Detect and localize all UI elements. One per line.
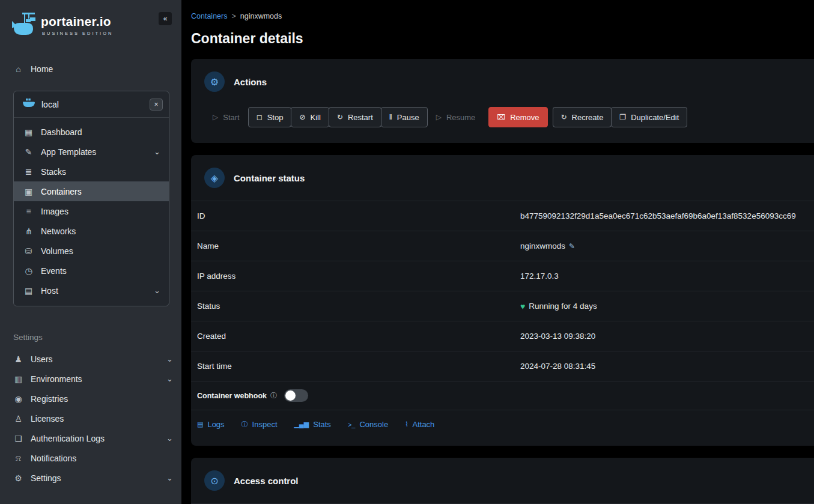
chevron-down-icon: ⌄ [166,354,173,363]
sidebar-item[interactable]: ≡ Images [14,201,169,221]
sidebar-item-label: Users [31,354,53,364]
webhook-toggle[interactable] [284,389,308,402]
sidebar-item-label: Home [31,64,53,74]
environment-panel: local × ▦ Dashboard ✎ App Templates ⌄ [13,91,169,306]
sidebar-item-label: Containers [41,187,82,196]
sidebar-item-label: App Templates [41,147,96,157]
stats-icon: ▁▄▆ [294,421,309,428]
row-value-text: Running for 4 days [529,302,597,311]
users-icon: ♟ [13,354,23,364]
quick-link[interactable]: ▤ Logs [197,420,225,429]
sidebar-item[interactable]: ⚙ Settings ⌄ [0,468,181,488]
panel-title: Access control [234,476,299,486]
action-button[interactable]: ❐ Duplicate/Edit [611,107,687,127]
breadcrumb-link-containers[interactable]: Containers [191,12,227,20]
stop-icon: ◻ [257,113,263,121]
sidebar-item[interactable]: ▣ Containers [14,181,169,201]
chevron-down-icon: ⌄ [154,286,160,295]
stacks-icon: ≣ [23,167,34,177]
notifications-icon: ⍾ [13,453,23,463]
quick-link[interactable]: ⌇ Attach [405,420,434,429]
sidebar-item[interactable]: ❏ Authentication Logs ⌄ [0,428,181,448]
sidebar-item[interactable]: ✎ App Templates ⌄ [14,142,169,162]
sidebar-item-label: Networks [41,226,76,236]
sidebar-item[interactable]: ▦ Dashboard [14,122,169,142]
logo-subtitle: BUSINESS EDITION [42,31,113,36]
table-row: Status ♥ Running for 4 days [191,291,814,321]
panel-title: Actions [234,77,267,87]
attach-icon: ⌇ [405,421,408,428]
sidebar-item[interactable]: ▤ Host ⌄ [14,281,169,300]
row-value: b47759092132f29d1a5ea0ec671c62b53aefaf69… [520,211,806,220]
remove-button[interactable]: ⌧ Remove [488,107,547,127]
panel-title: Container status [234,173,305,183]
row-label: Start time [191,362,520,371]
chevron-down-icon: ⌄ [154,147,160,156]
sidebar-item[interactable]: ◉ Registries [0,389,181,408]
sidebar-item-label: Stacks [41,167,66,177]
console-icon: >_ [348,421,356,428]
row-label: IP address [191,272,520,281]
events-icon: ◷ [23,266,34,276]
row-value-text: nginxwmods [520,241,565,250]
auth-logs-icon: ❏ [13,434,23,443]
lifecycle-button-group: ▷ Start ◻ Stop ⊘ Kill [204,107,484,127]
action-button[interactable]: ▷ Start [204,107,248,127]
quick-link[interactable]: ▁▄▆ Stats [294,420,331,429]
edit-icon[interactable]: ✎ [569,242,575,250]
container-status-panel-head: ◈ Container status [191,155,814,201]
sidebar-nav: ▦ Dashboard ✎ App Templates ⌄ ≣ Stacks [14,118,169,306]
breadcrumb-current: nginxwmods [240,12,282,20]
pause-icon: ‖ [389,113,392,121]
actions-panel: ⚙ Actions ▷ Start ◻ Stop [191,59,814,143]
sidebar-item[interactable]: ◷ Events [14,261,169,281]
quick-link[interactable]: >_ Console [348,420,388,429]
action-button[interactable]: ↻ Recreate [553,107,612,127]
sidebar-item-label: Registries [31,394,68,404]
logs-icon: ▤ [197,421,203,428]
heart-icon: ♥ [520,302,525,311]
environment-local[interactable]: local × [14,91,169,118]
row-value-text: 172.17.0.3 [520,272,559,281]
breadcrumb-separator: > [231,12,235,20]
row-label: ID [191,211,520,220]
sidebar-settings-nav: ♟ Users ⌄ ▥ Environments ⌄ ◉ Registries [0,349,181,488]
action-button[interactable]: ⊘ Kill [291,107,329,127]
table-row: Name nginxwmods ✎ [191,231,814,261]
sidebar-item[interactable]: ▥ Environments ⌄ [0,369,181,389]
sidebar-item[interactable]: ⛁ Volumes [14,241,169,261]
sidebar-item-home[interactable]: ⌂ Home [0,59,181,79]
action-button[interactable]: ▷ Resume [428,107,484,127]
row-value-text: 2023-03-13 09:38:20 [520,332,595,341]
images-icon: ≡ [23,207,34,216]
row-label: Created [191,332,520,341]
row-value: 172.17.0.3 [520,272,568,281]
webhook-row: Container webhook ⓘ [191,381,814,410]
package-icon: ◈ [204,168,225,188]
chevron-down-icon: ⌄ [166,434,173,443]
sidebar-item-label: Authentication Logs [31,434,105,443]
action-button[interactable]: ◻ Stop [248,107,292,127]
sidebar-item[interactable]: ≣ Stacks [14,162,169,181]
logo-row: portainer.io BUSINESS EDITION « [0,0,181,41]
quick-link[interactable]: ⓘ Inspect [241,420,278,429]
webhook-label: Container webhook [197,392,267,400]
sidebar-item[interactable]: ⋔ Networks [14,221,169,241]
sidebar-item[interactable]: ⍾ Notifications [0,448,181,468]
settings-icon: ⚙ [13,473,23,483]
row-value: 2024-07-28 08:31:45 [520,362,605,371]
action-button[interactable]: ↻ Restart [329,107,381,127]
sidebar-item-label: Environments [31,374,82,384]
environment-label: local [41,100,59,109]
access-control-panel-head: ⊙ Access control [191,458,814,503]
action-button[interactable]: ‖ Pause [381,107,428,127]
main-content: Containers > nginxwmods Container detail… [181,0,814,504]
whale-icon [22,98,35,111]
sidebar-collapse-button[interactable]: « [159,12,172,25]
close-icon[interactable]: × [150,99,163,111]
row-value-text: 2024-07-28 08:31:45 [520,362,595,371]
sidebar-item[interactable]: ♟ Users ⌄ [0,349,181,369]
sidebar-item[interactable]: ♙ Licenses [0,408,181,428]
restart-icon: ↻ [337,113,343,121]
row-value: 2023-03-13 09:38:20 [520,332,605,341]
